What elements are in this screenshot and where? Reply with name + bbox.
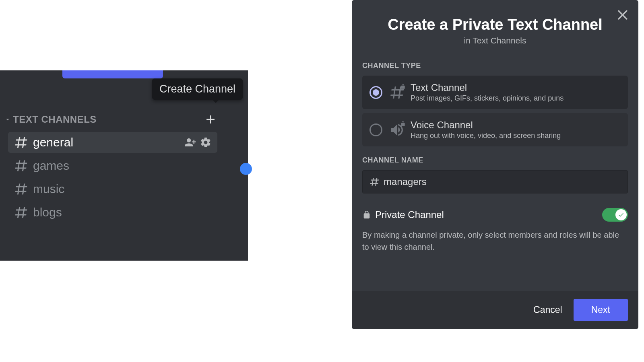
lock-overlay-icon bbox=[400, 121, 406, 127]
channel-list: general games music blogs bbox=[8, 132, 217, 225]
category-header[interactable]: TEXT CHANNELS bbox=[4, 113, 217, 126]
channel-item-general[interactable]: general bbox=[8, 132, 217, 153]
hash-icon bbox=[14, 158, 28, 173]
channel-name-input-wrapper[interactable] bbox=[362, 170, 628, 193]
hash-lock-icon bbox=[389, 84, 405, 101]
check-icon bbox=[618, 212, 624, 218]
close-icon[interactable] bbox=[616, 8, 630, 22]
channel-name: general bbox=[33, 136, 184, 149]
channel-name-input[interactable] bbox=[384, 176, 621, 187]
private-channel-label: Private Channel bbox=[375, 209, 602, 220]
channel-actions bbox=[184, 136, 212, 148]
gear-icon[interactable] bbox=[200, 136, 212, 148]
channel-name-label: CHANNEL NAME bbox=[362, 156, 628, 165]
type-desc: Post images, GIFs, stickers, opinions, a… bbox=[411, 94, 621, 103]
channel-item-games[interactable]: games bbox=[8, 155, 217, 176]
speaker-lock-icon bbox=[389, 122, 405, 138]
type-title: Voice Channel bbox=[411, 119, 621, 131]
hash-icon bbox=[14, 205, 28, 220]
top-accent-bar bbox=[62, 70, 163, 78]
type-option-text[interactable]: Text Channel Post images, GIFs, stickers… bbox=[362, 76, 628, 109]
modal-body: CHANNEL TYPE Text Channel Post images, G… bbox=[352, 45, 638, 291]
channel-type-label: CHANNEL TYPE bbox=[362, 62, 628, 70]
channel-name: blogs bbox=[33, 206, 212, 219]
modal-footer: Cancel Next bbox=[352, 291, 638, 329]
private-channel-description: By making a channel private, only select… bbox=[362, 229, 628, 253]
private-toggle[interactable] bbox=[602, 208, 628, 222]
lock-icon bbox=[362, 210, 371, 219]
next-button[interactable]: Next bbox=[574, 299, 628, 321]
toggle-thumb bbox=[615, 209, 627, 220]
create-channel-tooltip: Create Channel bbox=[152, 78, 243, 100]
modal-header: Create a Private Text Channel in Text Ch… bbox=[352, 0, 638, 45]
private-channel-row: Private Channel bbox=[362, 208, 628, 222]
hash-icon bbox=[14, 135, 28, 150]
create-channel-modal: Create a Private Text Channel in Text Ch… bbox=[352, 0, 638, 329]
channel-item-music[interactable]: music bbox=[8, 179, 217, 200]
modal-subtitle: in Text Channels bbox=[352, 36, 638, 45]
hash-icon bbox=[369, 177, 380, 187]
type-option-voice[interactable]: Voice Channel Hang out with voice, video… bbox=[362, 113, 628, 146]
channel-item-blogs[interactable]: blogs bbox=[8, 202, 217, 223]
add-channel-icon[interactable] bbox=[204, 113, 217, 126]
channel-name: music bbox=[33, 182, 212, 196]
type-title: Text Channel bbox=[411, 82, 621, 93]
lock-overlay-icon bbox=[400, 84, 406, 89]
category-label: TEXT CHANNELS bbox=[13, 114, 204, 125]
radio-selected[interactable] bbox=[369, 86, 382, 99]
hash-icon bbox=[14, 182, 28, 196]
type-desc: Hang out with voice, video, and screen s… bbox=[411, 132, 621, 140]
decorative-circle bbox=[240, 163, 252, 175]
modal-title: Create a Private Text Channel bbox=[352, 16, 638, 33]
channel-name: games bbox=[33, 159, 212, 173]
cancel-button[interactable]: Cancel bbox=[533, 304, 562, 315]
invite-icon[interactable] bbox=[184, 136, 196, 148]
radio-unselected[interactable] bbox=[369, 123, 382, 136]
chevron-down-icon bbox=[4, 116, 11, 123]
